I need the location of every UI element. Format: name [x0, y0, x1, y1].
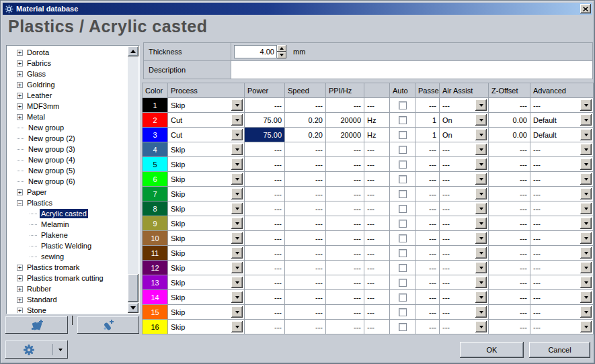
advanced-select[interactable]: Default — [530, 113, 594, 128]
speed-cell[interactable]: --- — [285, 142, 326, 157]
process-select[interactable]: Skip — [168, 246, 245, 261]
auto-checkbox[interactable] — [399, 220, 407, 228]
dropdown-button[interactable] — [475, 114, 487, 126]
auto-cell[interactable] — [390, 142, 415, 157]
process-select[interactable]: Skip — [168, 231, 245, 246]
passes-cell[interactable]: --- — [415, 320, 440, 334]
auto-cell[interactable] — [390, 231, 415, 246]
passes-cell[interactable]: --- — [415, 246, 440, 261]
color-cell[interactable]: 9 — [143, 216, 168, 231]
auto-checkbox[interactable] — [399, 308, 407, 316]
process-select[interactable]: Skip — [168, 320, 245, 334]
dropdown-button[interactable] — [231, 99, 243, 111]
dropdown-button[interactable] — [475, 218, 487, 229]
scroll-down-button[interactable] — [128, 303, 138, 313]
z-offset-cell[interactable]: --- — [489, 305, 530, 320]
ok-button[interactable]: OK — [460, 342, 524, 358]
expand-toggle-icon[interactable]: + — [17, 275, 23, 281]
speed-cell[interactable]: 0.20 — [285, 128, 326, 142]
air-assist-select[interactable]: --- — [440, 216, 489, 231]
dropdown-button[interactable] — [580, 114, 592, 126]
passes-cell[interactable]: --- — [415, 98, 440, 113]
tree-item-label[interactable]: New group (6) — [27, 177, 77, 186]
passes-cell[interactable]: --- — [415, 142, 440, 157]
tree-item-label[interactable]: Plastics — [26, 198, 54, 208]
power-cell[interactable]: --- — [245, 275, 285, 290]
passes-cell[interactable]: --- — [415, 201, 440, 216]
tree-item-label[interactable]: New group (2) — [27, 134, 77, 143]
speed-cell[interactable]: --- — [285, 275, 326, 290]
auto-cell[interactable] — [390, 187, 415, 201]
passes-cell[interactable]: 1 — [415, 128, 440, 142]
tree-item[interactable]: New group — [7, 122, 128, 133]
color-cell[interactable]: 2 — [143, 113, 168, 128]
tree-item-label[interactable]: MDF3mm — [26, 101, 61, 111]
power-cell[interactable]: --- — [245, 157, 285, 172]
tree-item[interactable]: −Plastics — [7, 197, 128, 208]
air-assist-select[interactable]: --- — [440, 320, 489, 334]
tree-item[interactable]: +Glass — [7, 69, 128, 79]
z-offset-cell[interactable]: --- — [489, 142, 530, 157]
advanced-select[interactable]: --- — [530, 98, 594, 113]
speed-cell[interactable]: --- — [285, 320, 326, 334]
tree-item[interactable]: sewing — [7, 251, 128, 262]
tree-item-label[interactable]: Leather — [26, 91, 53, 100]
speed-cell[interactable]: 0.20 — [285, 113, 326, 128]
ppi-cell[interactable]: --- — [326, 261, 364, 275]
dropdown-button[interactable] — [475, 277, 487, 288]
expand-toggle-icon[interactable]: + — [17, 71, 23, 77]
tree-item[interactable]: +Paper — [7, 187, 128, 197]
settings-dropdown-button[interactable] — [53, 340, 68, 359]
ppi-cell[interactable]: --- — [326, 142, 364, 157]
passes-cell[interactable]: --- — [415, 261, 440, 275]
power-cell[interactable]: --- — [245, 142, 285, 157]
passes-cell[interactable]: --- — [415, 216, 440, 231]
dropdown-button[interactable] — [231, 277, 243, 288]
advanced-select[interactable]: --- — [530, 246, 594, 261]
dropdown-button[interactable] — [231, 114, 243, 126]
tree-item-label[interactable]: Paper — [26, 187, 48, 197]
passes-cell[interactable]: --- — [415, 157, 440, 172]
air-assist-select[interactable]: On — [440, 113, 489, 128]
dropdown-button[interactable] — [231, 203, 243, 214]
air-assist-select[interactable]: --- — [440, 157, 489, 172]
speed-cell[interactable]: --- — [285, 305, 326, 320]
tree-item[interactable]: +Plastics tromark — [7, 262, 128, 273]
process-select[interactable]: Cut — [168, 113, 245, 128]
advanced-select[interactable]: --- — [530, 201, 594, 216]
dropdown-button[interactable] — [475, 232, 487, 244]
z-offset-cell[interactable]: --- — [489, 172, 530, 187]
z-offset-cell[interactable]: --- — [489, 275, 530, 290]
passes-cell[interactable]: --- — [415, 290, 440, 305]
advanced-select[interactable]: --- — [530, 142, 594, 157]
tree-item-label[interactable]: Plakene — [40, 230, 69, 240]
speed-cell[interactable]: --- — [285, 216, 326, 231]
dropdown-button[interactable] — [580, 144, 592, 155]
tree-item-label[interactable]: Glass — [26, 69, 47, 79]
tree-item-label[interactable]: New group — [27, 123, 65, 132]
process-select[interactable]: Skip — [168, 157, 245, 172]
air-assist-select[interactable]: --- — [440, 201, 489, 216]
color-cell[interactable]: 14 — [143, 290, 168, 305]
power-cell[interactable]: --- — [245, 187, 285, 201]
tree-item-label[interactable]: Standard — [26, 295, 58, 304]
advanced-select[interactable]: --- — [530, 172, 594, 187]
speed-cell[interactable]: --- — [285, 246, 326, 261]
color-cell[interactable]: 8 — [143, 201, 168, 216]
tree-item-label[interactable]: Fabrics — [26, 58, 52, 68]
expand-toggle-icon[interactable]: + — [17, 308, 23, 314]
power-cell[interactable]: --- — [245, 201, 285, 216]
expand-toggle-icon[interactable]: + — [17, 82, 23, 88]
color-cell[interactable]: 12 — [143, 261, 168, 275]
auto-checkbox[interactable] — [399, 293, 407, 302]
power-cell[interactable]: --- — [245, 172, 285, 187]
auto-checkbox[interactable] — [399, 131, 407, 139]
z-offset-cell[interactable]: --- — [489, 157, 530, 172]
advanced-select[interactable]: --- — [530, 320, 594, 334]
tree-item[interactable]: +Stone — [7, 305, 128, 313]
auto-cell[interactable] — [390, 172, 415, 187]
dropdown-button[interactable] — [475, 262, 487, 273]
advanced-select[interactable]: --- — [530, 290, 594, 305]
auto-cell[interactable] — [390, 320, 415, 334]
ppi-cell[interactable]: --- — [326, 305, 364, 320]
